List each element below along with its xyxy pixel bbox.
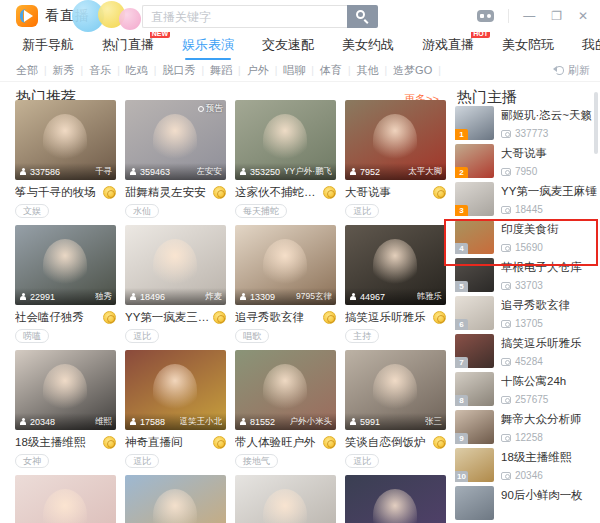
anchor-list-item[interactable]: 5 草根电子大仓库 33703	[455, 258, 598, 292]
stream-title[interactable]: 筝与千寻的牧场	[15, 185, 100, 200]
stream-thumbnail[interactable]: 预告 359463 左安安	[125, 100, 226, 180]
stream-thumbnail[interactable]: 20348 维熙	[15, 350, 116, 430]
anchor-thumbnail[interactable]: 5	[455, 258, 494, 292]
nav-tab[interactable]: 我的YY	[582, 32, 600, 60]
subnav-category[interactable]: 全部	[16, 63, 38, 78]
anchor-list-item[interactable]: 4 印度美食街 15690	[455, 220, 598, 254]
stream-card[interactable]: 22991 独秀 社会嗑仔独秀 唠嗑	[15, 225, 116, 342]
stream-thumbnail[interactable]: 44967 韩雅乐	[345, 225, 446, 305]
anchor-name[interactable]: 郦姬玑·恣云~天籁	[501, 108, 598, 123]
stream-thumbnail[interactable]: 81552 户外小米头	[235, 350, 336, 430]
stream-card[interactable]: 337586 千寻 筝与千寻的牧场 文娱	[15, 100, 116, 217]
stream-card[interactable]: 7952 太平大脚 大哥说事 逗比	[345, 100, 446, 217]
stream-card[interactable]: 18496 炸麦 YY第一疯麦三排连麦 逗比	[125, 225, 226, 342]
stream-thumbnail[interactable]: 22991 独秀	[15, 225, 116, 305]
subnav-category[interactable]: 户外	[247, 63, 269, 78]
stream-thumbnail[interactable]: 7952 太平大脚	[345, 100, 446, 180]
stream-card[interactable]	[125, 475, 226, 523]
nav-tab[interactable]: 热门直播 NEW	[102, 32, 154, 60]
stream-thumbnail[interactable]: 337586 千寻	[15, 100, 116, 180]
subnav-category[interactable]: 其他	[356, 63, 378, 78]
anchor-thumbnail[interactable]: 8	[455, 372, 494, 406]
search-button[interactable]	[347, 5, 378, 28]
subnav-category[interactable]: 音乐	[89, 63, 111, 78]
anchor-list-item[interactable]: 6 追寻秀歌玄律 13705	[455, 296, 598, 330]
stream-title[interactable]: 甜舞精灵左安安	[125, 185, 210, 200]
anchor-name[interactable]: 大哥说事	[501, 146, 598, 161]
anchor-name[interactable]: 18级主播维熙	[501, 450, 598, 465]
stream-card[interactable]: 预告 359463 左安安 甜舞精灵左安安 水仙	[125, 100, 226, 217]
anchor-name[interactable]: 追寻秀歌玄律	[501, 298, 598, 313]
subnav-category[interactable]: 吃鸡	[126, 63, 148, 78]
nav-tab[interactable]: 美女约战	[342, 32, 394, 60]
anchor-list-item[interactable]: 9 舞帝大众分析师 12258	[455, 410, 598, 444]
subnav-category[interactable]: 造梦GO	[393, 63, 432, 78]
subnav-category[interactable]: 舞蹈	[210, 63, 232, 78]
stream-title[interactable]: 笑谈自恋倒饭炉	[345, 435, 430, 450]
stream-card[interactable]: 81552 户外小米头 带人体验旺户外 接地气	[235, 350, 336, 467]
stream-card[interactable]: 5991 张三 笑谈自恋倒饭炉 逗比	[345, 350, 446, 467]
stream-thumbnail[interactable]: 18496 炸麦	[125, 225, 226, 305]
stream-title[interactable]: 神奇直播间	[125, 435, 210, 450]
anchor-thumbnail[interactable]: 10	[455, 448, 494, 482]
stream-thumbnail[interactable]	[125, 475, 226, 523]
stream-card[interactable]: 44967 韩雅乐 搞笑逗乐听雅乐 主持	[345, 225, 446, 342]
stream-thumbnail[interactable]: 13309 9795玄律	[235, 225, 336, 305]
stream-thumbnail[interactable]: 5991 张三	[345, 350, 446, 430]
anchor-list-item[interactable]: 2 大哥说事 7950	[455, 144, 598, 178]
nav-tab[interactable]: 游戏直播 HOT	[422, 32, 474, 60]
anchor-thumbnail[interactable]	[455, 486, 494, 520]
stream-title[interactable]: 大哥说事	[345, 185, 430, 200]
stream-card[interactable]: 17588 逗笑王小北 神奇直播间 逗比	[125, 350, 226, 467]
anchor-list-item[interactable]: 7 搞笑逗乐听雅乐 45284	[455, 334, 598, 368]
nav-tab[interactable]: 新手导航	[22, 32, 74, 60]
stream-card[interactable]: 353250 YY户外·鹏飞 这家伙不捕蛇是干! 每天捕蛇	[235, 100, 336, 217]
close-button[interactable]: ✕	[576, 0, 590, 32]
anchor-name[interactable]: 搞笑逗乐听雅乐	[501, 336, 598, 351]
anchor-thumbnail[interactable]: 2	[455, 144, 494, 178]
anchor-name[interactable]: 十陈公寓24h	[501, 374, 598, 389]
stream-title[interactable]: 这家伙不捕蛇是干!	[235, 185, 320, 200]
nav-tab[interactable]: 美女陪玩	[502, 32, 554, 60]
nav-tab[interactable]: 交友速配	[262, 32, 314, 60]
anchor-thumbnail[interactable]: 7	[455, 334, 494, 368]
nav-tab[interactable]: 娱乐表演	[182, 32, 234, 60]
refresh-button[interactable]: 刷新	[555, 63, 590, 78]
anchor-name[interactable]: 90后小鲜肉一枚	[501, 488, 598, 503]
stream-card[interactable]	[235, 475, 336, 523]
anchor-thumbnail[interactable]: 4	[455, 220, 494, 254]
stream-title[interactable]: 搞笑逗乐听雅乐	[345, 310, 430, 325]
subnav-category[interactable]: 体育	[320, 63, 342, 78]
stream-title[interactable]: 带人体验旺户外	[235, 435, 320, 450]
anchor-thumbnail[interactable]: 1	[455, 106, 494, 140]
stream-thumbnail[interactable]: 17588 逗笑王小北	[125, 350, 226, 430]
anchor-name[interactable]: YY第一疯麦王麻锤	[501, 184, 598, 199]
stream-title[interactable]: YY第一疯麦三排连麦	[125, 310, 210, 325]
anchor-name[interactable]: 舞帝大众分析师	[501, 412, 598, 427]
anchor-thumbnail[interactable]: 3	[455, 182, 494, 216]
stream-thumbnail[interactable]	[345, 475, 446, 523]
subnav-category[interactable]: 脱口秀	[162, 63, 195, 78]
stream-card[interactable]	[15, 475, 116, 523]
subnav-category[interactable]: 新秀	[53, 63, 75, 78]
stream-thumbnail[interactable]	[235, 475, 336, 523]
maximize-button[interactable]: ❐	[549, 0, 564, 32]
anchor-thumbnail[interactable]: 9	[455, 410, 494, 444]
search-input[interactable]	[142, 5, 347, 28]
anchor-list-item[interactable]: 10 18级主播维熙 20346	[455, 448, 598, 482]
gamepad-icon[interactable]	[477, 10, 494, 22]
anchor-list-item[interactable]: 3 YY第一疯麦王麻锤 18445	[455, 182, 598, 216]
stream-title[interactable]: 追寻秀歌玄律	[235, 310, 320, 325]
scrollbar[interactable]	[594, 92, 598, 154]
anchor-list-item[interactable]: 90后小鲜肉一枚	[455, 486, 598, 520]
stream-thumbnail[interactable]	[15, 475, 116, 523]
minimize-button[interactable]: —	[521, 0, 537, 32]
anchor-thumbnail[interactable]: 6	[455, 296, 494, 330]
stream-card[interactable]: 13309 9795玄律 追寻秀歌玄律 唱歌	[235, 225, 336, 342]
subnav-category[interactable]: 唱聊	[283, 63, 305, 78]
anchor-name[interactable]: 印度美食街	[501, 222, 598, 237]
anchor-list-item[interactable]: 8 十陈公寓24h 257675	[455, 372, 598, 406]
anchor-list-item[interactable]: 1 郦姬玑·恣云~天籁 337773	[455, 106, 598, 140]
anchor-name[interactable]: 草根电子大仓库	[501, 260, 598, 275]
stream-card[interactable]	[345, 475, 446, 523]
